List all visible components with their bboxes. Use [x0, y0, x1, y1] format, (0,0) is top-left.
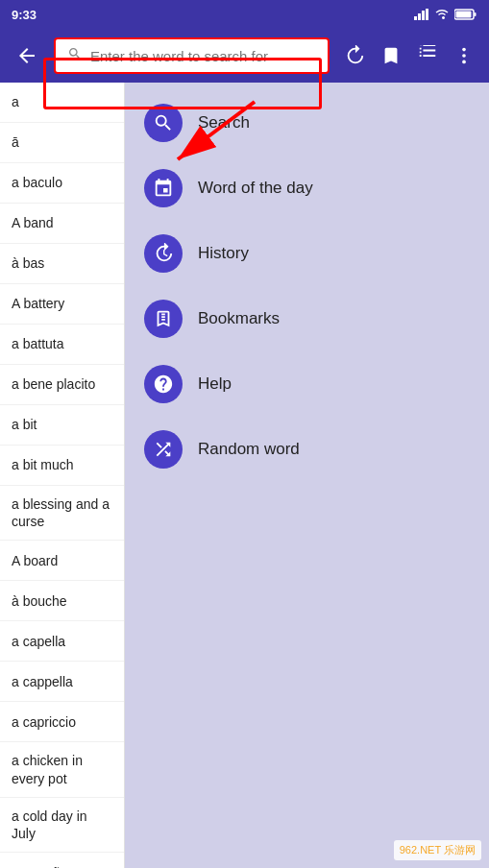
- svg-rect-3: [426, 9, 428, 20]
- word-list: aāa baculoA bandà basA batterya battutaa…: [0, 83, 125, 868]
- menu-item-history[interactable]: History: [125, 221, 489, 286]
- svg-rect-1: [418, 13, 421, 20]
- history-icon: [144, 234, 183, 273]
- app-bar-actions: [337, 38, 481, 73]
- help-icon: [144, 365, 183, 403]
- menu-label-word-of-the-day: Word of the day: [198, 179, 313, 198]
- word-item[interactable]: a capella: [0, 621, 124, 662]
- svg-point-9: [462, 60, 466, 64]
- word-item[interactable]: a cold day in July: [0, 798, 124, 853]
- notes-icon-button[interactable]: [410, 38, 445, 73]
- menu-item-word-of-the-day[interactable]: Word of the day: [125, 156, 489, 221]
- menu-item-help[interactable]: Help: [125, 351, 489, 417]
- word-item[interactable]: a capriccio: [0, 702, 124, 742]
- status-icons: [414, 9, 477, 20]
- word-item[interactable]: a: [0, 83, 124, 123]
- word-item[interactable]: a battuta: [0, 325, 124, 365]
- word-item[interactable]: à bas: [0, 244, 124, 284]
- word-item[interactable]: a blessing and a curse: [0, 486, 124, 541]
- menu-item-search[interactable]: Search: [125, 90, 489, 156]
- calendar-icon: [144, 169, 183, 207]
- signal-icon: [414, 9, 429, 20]
- word-item[interactable]: A Coruña: [0, 853, 124, 868]
- status-bar: 9:33: [0, 0, 489, 29]
- word-item[interactable]: A board: [0, 541, 124, 581]
- battery-icon: [454, 9, 477, 20]
- word-item[interactable]: A battery: [0, 284, 124, 325]
- bookmark-icon-button[interactable]: [374, 38, 408, 73]
- word-item[interactable]: a bit much: [0, 446, 124, 486]
- menu-item-random-word[interactable]: Random word: [125, 417, 489, 482]
- main-content: aāa baculoA bandà basA batterya battutaa…: [0, 83, 489, 868]
- more-options-button[interactable]: [447, 38, 481, 73]
- back-button[interactable]: [8, 36, 46, 75]
- word-item[interactable]: a bene placito: [0, 365, 124, 405]
- history-icon-button[interactable]: [337, 38, 372, 73]
- menu-label-help: Help: [198, 374, 232, 394]
- svg-point-7: [462, 48, 466, 52]
- watermark: 962.NET 乐游网: [394, 840, 481, 860]
- search-box[interactable]: [54, 37, 330, 74]
- menu-item-bookmarks[interactable]: Bookmarks: [125, 286, 489, 351]
- menu-label-history: History: [198, 244, 249, 263]
- word-item[interactable]: à bouche: [0, 581, 124, 621]
- svg-point-8: [462, 54, 466, 58]
- app-bar: [0, 29, 489, 83]
- dropdown-menu: SearchWord of the dayHistoryBookmarksHel…: [125, 83, 489, 868]
- bookmark-icon: [144, 300, 183, 338]
- random-icon: [144, 430, 183, 469]
- status-time: 9:33: [12, 8, 37, 22]
- search-icon: [67, 46, 83, 65]
- svg-rect-0: [414, 16, 417, 20]
- word-item[interactable]: a bit: [0, 405, 124, 446]
- wifi-icon: [435, 9, 449, 20]
- word-item[interactable]: ā: [0, 123, 124, 163]
- menu-label-bookmarks: Bookmarks: [198, 309, 280, 328]
- svg-rect-6: [475, 12, 477, 16]
- word-item[interactable]: a baculo: [0, 163, 124, 204]
- search-input[interactable]: [90, 48, 316, 64]
- word-item[interactable]: a chicken in every pot: [0, 742, 124, 797]
- search-icon: [144, 104, 183, 142]
- word-item[interactable]: A band: [0, 204, 124, 244]
- word-item[interactable]: a cappella: [0, 662, 124, 702]
- menu-label-search: Search: [198, 113, 250, 133]
- menu-label-random-word: Random word: [198, 440, 300, 459]
- svg-rect-2: [422, 11, 425, 20]
- svg-rect-5: [456, 12, 472, 18]
